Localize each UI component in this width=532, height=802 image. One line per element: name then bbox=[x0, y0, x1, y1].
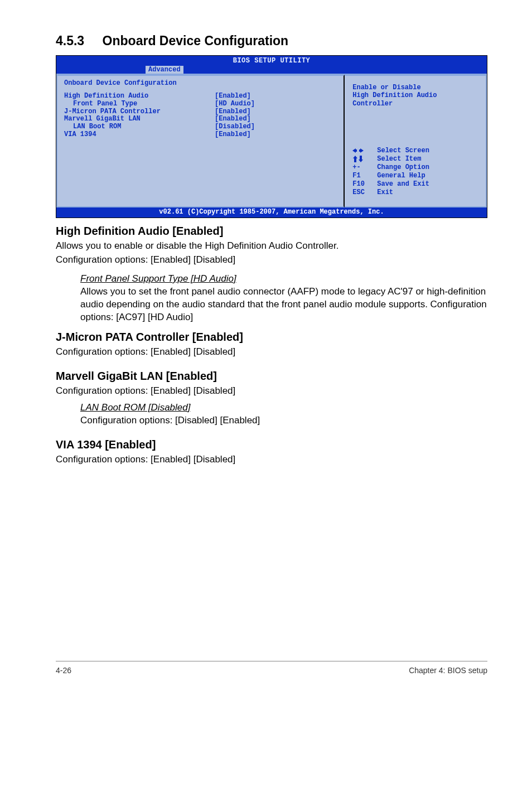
bios-key: ESC bbox=[352, 189, 377, 197]
bios-label: VIA 1394 bbox=[64, 131, 215, 139]
bios-title: BIOS SETUP UTILITY bbox=[56, 56, 487, 65]
bios-panel-heading: Onboard Device Configuration bbox=[64, 79, 337, 87]
subhead-hdaudio: High Definition Audio [Enabled] bbox=[56, 225, 487, 238]
bios-value: [Disabled] bbox=[215, 123, 255, 131]
sub-subhead-frontpanel: Front Panel Support Type [HD Audio] bbox=[80, 273, 236, 284]
page-footer: 4-26 Chapter 4: BIOS setup bbox=[56, 661, 487, 675]
paragraph: Configuration options: [Enabled] [Disabl… bbox=[56, 385, 487, 398]
bios-label: J-Micron PATA Controller bbox=[64, 108, 215, 116]
bios-value: [HD Audio] bbox=[215, 100, 255, 108]
svg-marker-1 bbox=[359, 148, 364, 153]
page-number: 4-26 bbox=[56, 666, 71, 675]
bios-key-help: Select Screen Select Item +- Change Opti… bbox=[352, 147, 480, 197]
up-down-arrow-icon bbox=[352, 155, 377, 163]
bios-key: F10 bbox=[352, 180, 377, 189]
bios-value: [Enabled] bbox=[215, 131, 251, 139]
paragraph: Allows you to set the front panel audio … bbox=[80, 286, 487, 324]
section-title: Onboard Device Configuration bbox=[103, 33, 289, 49]
paragraph: Allows you to enable or disable the High… bbox=[56, 240, 487, 253]
bios-row-via1394[interactable]: VIA 1394 [Enabled] bbox=[64, 131, 337, 139]
bios-key-label: Change Option bbox=[377, 163, 429, 172]
bios-left-pane: Onboard Device Configuration High Defini… bbox=[56, 75, 345, 207]
bios-key: +- bbox=[352, 163, 377, 172]
bios-key-label: General Help bbox=[377, 172, 425, 180]
bios-value: [Enabled] bbox=[215, 93, 251, 100]
bios-label: Marvell GigaBit LAN bbox=[64, 115, 215, 123]
paragraph: Configuration options: [Disabled] [Enabl… bbox=[80, 414, 487, 427]
bios-row-hdaudio[interactable]: High Definition Audio [Enabled] bbox=[64, 93, 337, 100]
paragraph: Configuration options: [Enabled] [Disabl… bbox=[56, 254, 487, 267]
bios-panel: BIOS SETUP UTILITY Advanced Onboard Devi… bbox=[56, 55, 487, 218]
bios-help-line: Enable or Disable bbox=[352, 84, 480, 91]
svg-marker-0 bbox=[352, 148, 357, 153]
bios-key-label: Select Item bbox=[377, 155, 421, 163]
bios-help-line: High Definition Audio bbox=[352, 91, 480, 99]
chapter-label: Chapter 4: BIOS setup bbox=[409, 666, 487, 675]
paragraph: Configuration options: [Enabled] [Disabl… bbox=[56, 346, 487, 359]
section-number: 4.5.3 bbox=[56, 33, 84, 49]
bios-label: High Definition Audio bbox=[64, 93, 215, 100]
bios-row-frontpanel[interactable]: Front Panel Type [HD Audio] bbox=[64, 100, 337, 108]
bios-row-lanboot[interactable]: LAN Boot ROM [Disabled] bbox=[64, 123, 337, 131]
bios-help-line: Controller bbox=[352, 100, 480, 108]
bios-tab-advanced[interactable]: Advanced bbox=[146, 66, 183, 74]
bios-help-text: Enable or Disable High Definition Audio … bbox=[352, 84, 480, 108]
bios-footer: v02.61 (C)Copyright 1985-2007, American … bbox=[56, 207, 487, 218]
bios-value: [Enabled] bbox=[215, 108, 251, 116]
sub-subhead-lanboot: LAN Boot ROM [Disabled] bbox=[80, 402, 190, 413]
subhead-marvell: Marvell GigaBit LAN [Enabled] bbox=[56, 370, 487, 383]
left-right-arrow-icon bbox=[352, 147, 377, 155]
section-heading: 4.5.3 Onboard Device Configuration bbox=[56, 33, 487, 49]
bios-label: LAN Boot ROM bbox=[73, 123, 215, 131]
subhead-via1394: VIA 1394 [Enabled] bbox=[56, 438, 487, 451]
svg-marker-2 bbox=[353, 156, 357, 162]
bios-key: F1 bbox=[352, 172, 377, 180]
bios-row-jmicron[interactable]: J-Micron PATA Controller [Enabled] bbox=[64, 108, 337, 116]
bios-row-marvell[interactable]: Marvell GigaBit LAN [Enabled] bbox=[64, 115, 337, 123]
bios-label: Front Panel Type bbox=[73, 100, 215, 108]
bios-key-label: Select Screen bbox=[377, 147, 429, 155]
svg-marker-3 bbox=[359, 156, 363, 162]
paragraph: Configuration options: [Enabled] [Disabl… bbox=[56, 453, 487, 466]
subhead-jmicron: J-Micron PATA Controller [Enabled] bbox=[56, 331, 487, 344]
bios-tab-row: Advanced bbox=[56, 66, 487, 74]
bios-right-pane: Enable or Disable High Definition Audio … bbox=[345, 75, 487, 207]
bios-key-label: Exit bbox=[377, 189, 393, 197]
bios-key-label: Save and Exit bbox=[377, 180, 429, 189]
bios-value: [Enabled] bbox=[215, 115, 251, 123]
